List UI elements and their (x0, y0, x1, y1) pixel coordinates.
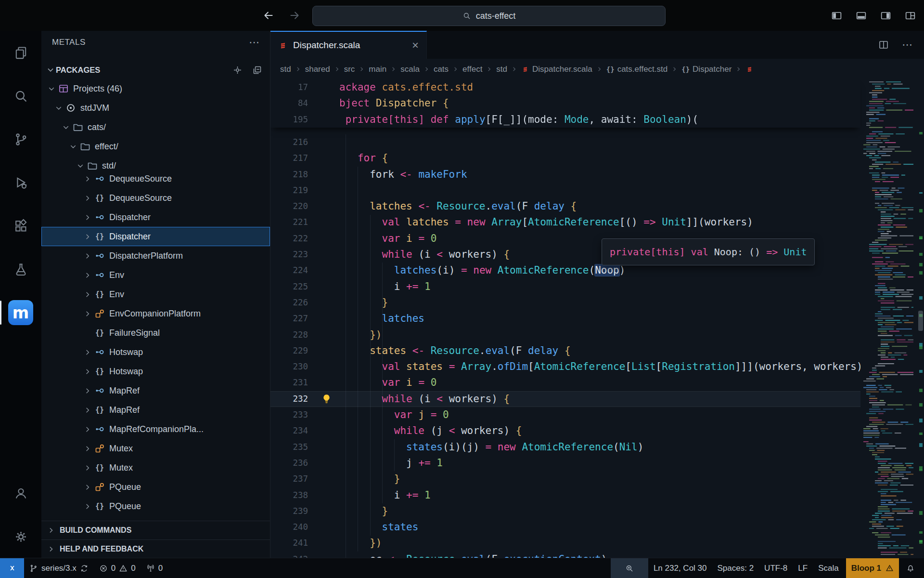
chevron-right-icon[interactable] (82, 194, 93, 203)
settings-gear-icon[interactable] (0, 515, 41, 558)
breadcrumb-item-std[interactable]: std (496, 65, 507, 74)
packages-section-header[interactable]: PACKAGES (41, 61, 270, 79)
tree-item-object-dispatcher[interactable]: {}Dispatcher (41, 227, 270, 246)
breadcrumb-item-shared[interactable]: shared (305, 65, 330, 74)
tree-item-object-pqueue[interactable]: {}PQueue (41, 497, 270, 516)
editor-actions: ⋯ (878, 31, 924, 59)
chevron-right-icon[interactable] (82, 463, 93, 473)
back-arrow-icon[interactable] (262, 9, 275, 22)
notifications-bell[interactable] (901, 558, 920, 578)
chevron-right-icon[interactable] (82, 271, 93, 280)
customize-layout-icon[interactable] (904, 10, 916, 22)
chevron-down-icon[interactable] (53, 104, 64, 113)
metals-view-icon[interactable]: m (0, 291, 41, 334)
collapse-all-icon[interactable] (252, 65, 262, 75)
zoom-status[interactable] (611, 558, 648, 578)
split-editor-icon[interactable] (878, 39, 889, 51)
remote-indicator[interactable] (0, 558, 24, 578)
breadcrumb-item-src[interactable]: src (344, 65, 355, 74)
chevron-right-icon[interactable] (82, 502, 93, 511)
tree-item-class-mutex[interactable]: Mutex (41, 439, 270, 458)
chevron-right-icon[interactable] (82, 348, 93, 357)
chevron-right-icon[interactable] (82, 174, 93, 184)
breadcrumb-item-effect[interactable]: effect (462, 65, 482, 74)
chevron-right-icon[interactable] (82, 309, 93, 318)
breadcrumb-item-main[interactable]: main (369, 65, 386, 74)
chevron-down-icon[interactable] (75, 161, 86, 171)
toggle-secondary-sidebar-icon[interactable] (880, 10, 892, 22)
tree-item-object-mutex[interactable]: {}Mutex (41, 458, 270, 477)
tree-item-target-stdjvm[interactable]: stdJVM (41, 98, 270, 118)
chevron-down-icon[interactable] (46, 84, 57, 93)
breadcrumb-item-cats-effect-std[interactable]: {}cats.effect.std (606, 65, 667, 74)
chevron-right-icon[interactable] (82, 367, 93, 376)
branch-status[interactable]: series/3.x (24, 558, 94, 578)
title-bar: cats-effect (0, 0, 924, 31)
tree-item-folder-std[interactable]: std/ (41, 156, 270, 175)
tree-item-trait-dispatcherplatform[interactable]: DispatcherPlatform (41, 246, 270, 265)
tree-item-trait-mapref[interactable]: MapRef (41, 381, 270, 400)
broadcast-status[interactable]: 0 (141, 558, 168, 578)
tree-item-object-env[interactable]: {}Env (41, 285, 270, 304)
scrollbar-slider[interactable] (918, 311, 923, 331)
focus-icon[interactable] (232, 65, 243, 75)
tab-dispatcher-scala[interactable]: Dispatcher.scala × (270, 31, 427, 59)
sidebar-title-bar: METALS ⋯ (41, 31, 270, 54)
breadcrumb-item-std[interactable]: std (280, 65, 291, 74)
chevron-right-icon[interactable] (82, 444, 93, 453)
chevron-right-icon[interactable] (82, 251, 93, 261)
help-feedback-section[interactable]: HELP AND FEEDBACK (41, 539, 270, 558)
accounts-icon[interactable] (0, 472, 41, 515)
extensions-icon[interactable] (0, 204, 41, 248)
tree-item-folder-effect[interactable]: effect/ (41, 137, 270, 156)
breadcrumb-item-scala[interactable]: scala (400, 65, 420, 74)
chevron-right-icon[interactable] (82, 290, 93, 299)
more-actions-icon[interactable]: ⋯ (902, 39, 913, 51)
sidebar-more-actions-icon[interactable]: ⋯ (249, 36, 260, 49)
tree-item-object-failuresignal[interactable]: {}FailureSignal (41, 323, 270, 342)
testing-icon[interactable] (0, 248, 41, 291)
close-icon[interactable]: × (412, 39, 419, 51)
toggle-panel-icon[interactable] (855, 10, 867, 22)
lightbulb-icon[interactable] (321, 393, 333, 405)
chevron-right-icon[interactable] (82, 406, 93, 415)
cursor-position[interactable]: Ln 232, Col 30 (648, 558, 712, 578)
tree-item-object-hotswap[interactable]: {}Hotswap (41, 362, 270, 381)
tree-item-trait-dispatcher[interactable]: Dispatcher (41, 208, 270, 227)
tree-item-class-envcompanionplatform[interactable]: EnvCompanionPlatform (41, 304, 270, 323)
chevron-down-icon[interactable] (68, 142, 78, 151)
tree-item-trait-hotswap[interactable]: Hotswap (41, 342, 270, 362)
toggle-sidebar-icon[interactable] (831, 10, 843, 22)
indentation-status[interactable]: Spaces: 2 (712, 558, 759, 578)
build-commands-section[interactable]: BUILD COMMANDS (41, 521, 270, 539)
chevron-right-icon[interactable] (82, 483, 93, 492)
command-center-search[interactable]: cats-effect (312, 6, 666, 26)
tree-item-trait-env[interactable]: Env (41, 265, 270, 285)
chevron-right-icon[interactable] (82, 386, 93, 395)
tree-item-class-pqueue[interactable]: PQueue (41, 477, 270, 497)
tree-item-folder-cats[interactable]: cats/ (41, 118, 270, 137)
explorer-icon[interactable] (0, 31, 41, 74)
minimap[interactable] (860, 79, 924, 558)
chevron-right-icon[interactable] (82, 213, 93, 222)
chevron-down-icon[interactable] (61, 123, 71, 132)
language-mode[interactable]: Scala (813, 558, 844, 578)
tree-item-object-mapref[interactable]: {}MapRef (41, 400, 270, 420)
breadcrumb-item-cats[interactable]: cats (434, 65, 449, 74)
encoding-status[interactable]: UTF-8 (759, 558, 793, 578)
tree-item-project-projects-46[interactable]: Projects (46) (41, 79, 270, 98)
breadcrumb-item-dispatcher-scala[interactable]: Dispatcher.scala (521, 65, 592, 74)
code-editor[interactable]: 216217 for {218 fork <- makeFork219220 l… (270, 79, 924, 558)
source-control-icon[interactable] (0, 118, 41, 161)
bloop-status[interactable]: Bloop 1 (846, 558, 899, 578)
eol-status[interactable]: LF (793, 558, 813, 578)
search-view-icon[interactable] (0, 74, 41, 118)
chevron-right-icon[interactable] (82, 232, 93, 241)
run-and-debug-icon[interactable] (0, 161, 41, 204)
problems-status[interactable]: 0 0 (94, 558, 141, 578)
tree-item-object-dequeuesource[interactable]: {}DequeueSource (41, 188, 270, 208)
tree-item-trait-maprefcompanionpla[interactable]: MapRefCompanionPla... (41, 420, 270, 439)
forward-arrow-icon[interactable] (288, 9, 301, 22)
chevron-right-icon[interactable] (82, 425, 93, 434)
breadcrumb-item-dispatcher[interactable]: {}Dispatcher (681, 65, 732, 74)
